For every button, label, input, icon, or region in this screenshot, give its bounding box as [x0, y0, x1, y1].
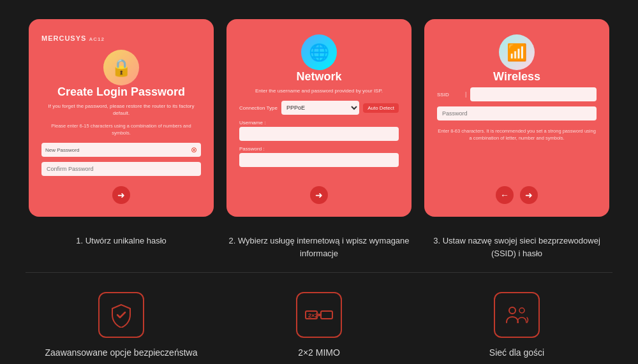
network-next-button[interactable]: ➜ [310, 186, 328, 204]
top-section: MERCUSYS AC12 🔒 Create Login Password If… [0, 0, 638, 229]
card-password-title: Create Login Password [57, 85, 185, 99]
card-wireless: 📶 Wireless SSID | Enter 8-63 characters.… [424, 19, 609, 217]
network-password-label: Password : [239, 146, 399, 152]
guest-label: Sieć dla gości [489, 347, 544, 360]
network-username-row: Username : [239, 120, 399, 141]
feature-security: Zaawansowane opcje bezpieczeństwa [29, 292, 214, 360]
svg-point-5 [519, 308, 524, 313]
wireless-prev-button[interactable]: ← [496, 186, 514, 204]
ssid-row: SSID | [437, 87, 597, 101]
new-password-input[interactable] [79, 143, 191, 157]
description-1: 1. Utwórz unikalne hasło [29, 235, 214, 259]
descriptions-section: 1. Utwórz unikalne hasło 2. Wybierz usłu… [0, 229, 638, 272]
description-3: 3. Ustaw nazwę swojej sieci bezprzewodow… [424, 235, 609, 259]
mimo-label: 2×2 MIMO [298, 347, 340, 360]
ssid-label: SSID [437, 92, 463, 98]
password-eye-icon[interactable]: ⊗ [191, 145, 197, 154]
wireless-password-input[interactable] [437, 106, 597, 120]
ssid-input[interactable] [470, 87, 597, 101]
security-label: Zaawansowane opcje bezpieczeństwa [45, 347, 198, 360]
description-2: 2. Wybierz usługę internetową i wpisz wy… [226, 235, 412, 259]
wireless-button-row: ← ➜ [496, 186, 538, 204]
card-network-subtitle: Enter the username and password provided… [255, 87, 383, 94]
card-password-subtitle: If you forget the password, please resto… [41, 103, 201, 117]
mimo-icon: 2×2 [303, 302, 335, 328]
network-password-input[interactable] [239, 153, 399, 167]
shield-icon [108, 302, 134, 328]
wireless-hint: Enter 8-63 characters. It is recommended… [437, 128, 597, 142]
card-wireless-title: Wireless [493, 70, 540, 84]
card-password-hint: Please enter 6-15 characters using a com… [41, 123, 201, 136]
feature-guest: Sieć dla gości [424, 292, 609, 360]
username-label: Username : [239, 120, 399, 126]
wireless-password-row [437, 106, 597, 120]
card-network: 🌐 Network Enter the username and passwor… [226, 19, 412, 217]
confirm-password-input[interactable] [41, 162, 201, 176]
auto-detect-button[interactable]: Auto Detect [363, 103, 399, 113]
mimo-icon-box: 2×2 [296, 292, 342, 338]
svg-point-4 [509, 307, 516, 314]
mercusys-logo: MERCUSYS AC12 [41, 34, 105, 42]
card-password: MERCUSYS AC12 🔒 Create Login Password If… [29, 19, 214, 217]
guest-network-icon [503, 302, 531, 328]
new-password-row: New Password ⊗ [41, 143, 201, 157]
svg-text:2×2: 2×2 [308, 312, 318, 319]
features-section: Zaawansowane opcje bezpieczeństwa 2×2 2×… [0, 273, 638, 364]
network-password-row: Password : [239, 146, 399, 167]
new-password-label: New Password [45, 147, 79, 153]
connection-type-label: Connection Type [239, 105, 278, 111]
password-next-button[interactable]: ➜ [112, 186, 130, 204]
wireless-icon: 📶 [499, 34, 535, 70]
confirm-password-row [41, 162, 201, 176]
network-icon: 🌐 [301, 34, 337, 70]
connection-type-row: Connection Type PPPoE Auto Detect [239, 101, 399, 115]
connection-type-select[interactable]: PPPoE [281, 101, 359, 115]
card-network-title: Network [296, 70, 341, 84]
feature-mimo: 2×2 2×2 MIMO [226, 292, 412, 360]
wireless-next-button[interactable]: ➜ [520, 186, 538, 204]
username-input[interactable] [239, 127, 399, 141]
svg-rect-1 [321, 311, 332, 319]
lock-icon: 🔒 [103, 50, 139, 85]
security-icon-box [98, 292, 144, 338]
guest-icon-box [494, 292, 540, 338]
